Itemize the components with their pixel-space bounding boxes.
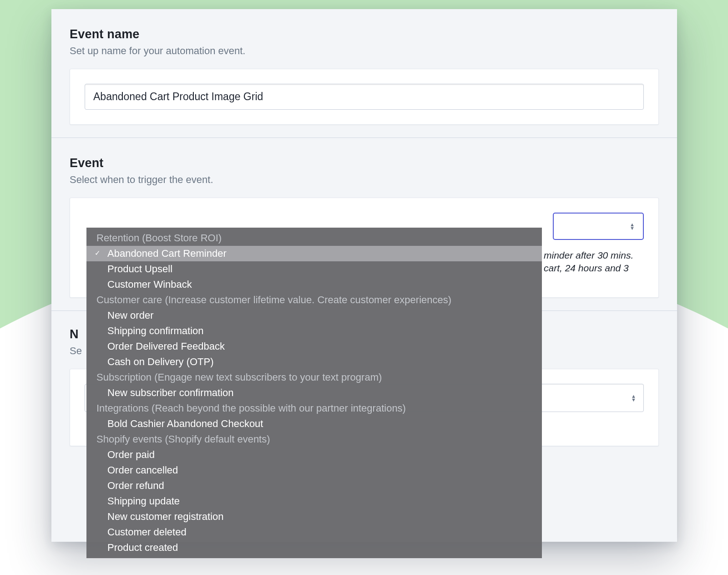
dropdown-item-label: Customer deleted <box>107 526 187 538</box>
dropdown-group-label: Retention (Boost Store ROI) <box>86 228 542 246</box>
section-event-name: Event name Set up name for your automati… <box>51 9 677 137</box>
dropdown-group-label: Integrations (Reach beyond the possible … <box>86 401 542 416</box>
dropdown-item-label: New subscriber confirmation <box>107 387 234 398</box>
dropdown-item-label: Order refund <box>107 480 164 491</box>
event-name-input[interactable] <box>93 91 635 103</box>
dropdown-item[interactable]: Order refund <box>86 478 542 494</box>
dropdown-group-label: Subscription (Engage new text subscriber… <box>86 370 542 385</box>
event-description: minder after 30 mins. cart, 24 hours and… <box>544 249 644 275</box>
dropdown-group-label: Shopify events (Shopify default events) <box>86 432 542 447</box>
event-name-input-wrap[interactable] <box>85 84 644 110</box>
dropdown-item-label: Order cancelled <box>107 464 178 476</box>
dropdown-group-label: Customer care (Increase customer lifetim… <box>86 292 542 308</box>
select-stepper-icon: ▲▼ <box>630 223 635 230</box>
dropdown-item-label: Order Delivered Feedback <box>107 341 225 352</box>
dropdown-item[interactable]: ✓Abandoned Cart Reminder <box>86 246 542 261</box>
dropdown-item-label: Cash on Delivery (OTP) <box>107 356 214 367</box>
dropdown-item-label: New order <box>107 310 153 321</box>
dropdown-item[interactable]: Order Delivered Feedback <box>86 339 542 354</box>
dropdown-item[interactable]: Product Upsell <box>86 261 542 277</box>
dropdown-item[interactable]: Order paid <box>86 447 542 463</box>
dropdown-item[interactable]: Bold Cashier Abandoned Checkout <box>86 416 542 432</box>
dropdown-item-label: Customer Winback <box>107 279 192 290</box>
dropdown-item-label: New customer registration <box>107 511 224 522</box>
dropdown-item[interactable]: Product created <box>86 540 542 555</box>
dropdown-item[interactable]: Customer Winback <box>86 277 542 292</box>
dropdown-item-label: Shipping update <box>107 495 180 507</box>
dropdown-item-label: Bold Cashier Abandoned Checkout <box>107 418 263 429</box>
dropdown-item[interactable]: New order <box>86 308 542 323</box>
dropdown-item[interactable]: Shipping update <box>86 494 542 509</box>
event-dropdown[interactable]: Retention (Boost Store ROI)✓Abandoned Ca… <box>86 228 542 558</box>
event-name-title: Event name <box>70 27 659 41</box>
dropdown-item[interactable]: Order cancelled <box>86 463 542 478</box>
event-select[interactable]: ▲▼ <box>553 213 644 240</box>
dropdown-item-label: Abandoned Cart Reminder <box>107 248 227 259</box>
dropdown-item-label: Shipping confirmation <box>107 325 204 336</box>
dropdown-item[interactable]: New customer registration <box>86 509 542 524</box>
dropdown-item[interactable]: Shipping confirmation <box>86 323 542 339</box>
event-name-subtitle: Set up name for your automation event. <box>70 45 659 57</box>
dropdown-item[interactable]: Cash on Delivery (OTP) <box>86 354 542 370</box>
third-select-stepper-icon: ▲▼ <box>631 394 636 402</box>
event-subtitle: Select when to trigger the event. <box>70 174 659 186</box>
check-icon: ✓ <box>95 249 101 257</box>
event-desc-line-2: cart, 24 hours and 3 <box>544 262 644 275</box>
event-name-card <box>70 69 659 125</box>
event-title: Event <box>70 156 659 170</box>
dropdown-item[interactable]: Customer deleted <box>86 524 542 540</box>
event-desc-line-1: minder after 30 mins. <box>544 249 644 262</box>
dropdown-item-label: Order paid <box>107 449 155 460</box>
dropdown-item[interactable]: New subscriber confirmation <box>86 385 542 401</box>
dropdown-item-label: Product created <box>107 542 178 553</box>
dropdown-item-label: Product Upsell <box>107 263 172 275</box>
